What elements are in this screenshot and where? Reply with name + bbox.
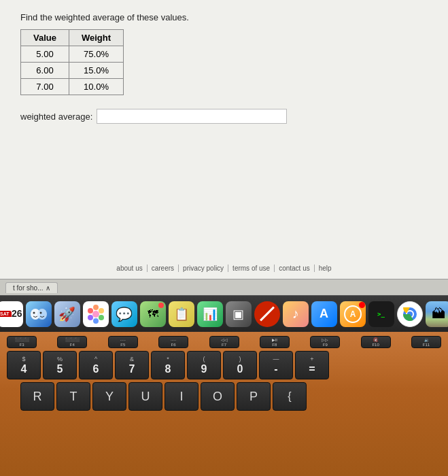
key-6[interactable]: ^6 [79,351,113,379]
f5-key[interactable]: ·····F5 [108,336,138,348]
key-7[interactable]: &7 [115,351,149,379]
dock-chrome-icon[interactable] [397,301,423,327]
footer-link-help[interactable]: help [315,265,336,272]
dock-landscape-icon[interactable]: 🏔 [426,301,449,327]
activity-badge [359,302,365,308]
svg-text:A: A [349,309,356,319]
chrome-svg [399,303,421,325]
f11-key[interactable]: 🔉F11 [411,336,441,348]
dock-launchpad-icon[interactable]: 🚀 [54,301,80,327]
dock-appstore-icon[interactable]: A [311,301,337,327]
footer-link-terms-of-use[interactable]: terms of use [228,265,275,272]
dock-charts-icon[interactable]: 📊 [197,301,223,327]
key-p[interactable]: P [237,382,271,411]
key-9[interactable]: (9 [187,351,221,379]
f6-key[interactable]: ·····F6 [158,336,188,348]
cell-weight-1: 15.0% [69,63,123,79]
dock-finder-icon[interactable] [26,301,52,327]
cell-weight-2: 10.0% [69,79,123,95]
col-header-value: Value [21,30,69,46]
key-equals[interactable]: += [295,351,329,379]
laptop-screen: Find the weighted average of these value… [0,0,448,279]
maps-icon-emoji: 🗺 [148,308,158,320]
tab-item[interactable]: t for sho... ∧ [5,282,58,293]
key-i[interactable]: I [165,382,199,411]
key-5[interactable]: %5 [43,351,77,379]
function-key-row: ⬛⬛⬛F3 ⬛⬛⬛F4 ·····F5 ·····F6 ◁◁F7 ▶IIF8 ▷… [7,336,441,348]
dock-nosign-icon[interactable] [254,301,280,327]
key-u[interactable]: U [128,382,162,411]
key-minus[interactable]: —- [259,351,293,379]
key-t[interactable]: T [56,382,90,411]
tab-bar: t for sho... ∧ [0,279,448,295]
values-table: Value Weight 5.0075.0%6.0015.0%7.0010.0% [20,29,124,95]
svg-point-2 [37,309,47,320]
key-o[interactable]: O [201,382,235,411]
photos-svg [84,303,107,326]
tab-label: t for sho... [13,284,43,292]
weighted-avg-input[interactable] [97,109,287,124]
svg-point-11 [88,308,93,313]
key-y[interactable]: Y [92,382,126,411]
footer-links: about uscareersprivacy policyterms of us… [0,265,448,272]
f10-key[interactable]: 🔇F10 [361,336,391,348]
tab-chevron-icon: ∧ [46,284,50,292]
weighted-avg-label: weighted average: [20,112,92,122]
table-row: 6.0015.0% [21,63,124,79]
col-header-weight: Weight [69,30,123,46]
dock-bar: SAT 26 🚀 💬 🗺 [0,295,448,332]
key-bracket[interactable]: { [273,382,307,411]
key-0[interactable]: )0 [223,351,257,379]
svg-point-6 [93,305,99,310]
key-4[interactable]: $4 [7,351,41,379]
number-key-row: $4 %5 ^6 &7 *8 (9 )0 —- += [7,351,441,379]
footer-link-careers[interactable]: careers [148,265,179,272]
cell-weight-0: 75.0% [69,46,123,63]
letter-key-row: R T Y U I O P { [7,382,441,411]
footer-link-privacy-policy[interactable]: privacy policy [179,265,228,272]
svg-point-9 [93,318,99,324]
table-row: 5.0075.0% [21,46,124,63]
dock-music-icon[interactable]: ♪ [283,301,309,327]
svg-point-7 [99,308,104,313]
dock-photos-icon[interactable] [83,301,109,327]
dock-calendar-icon[interactable]: SAT 26 [0,301,23,327]
dock-terminal-icon[interactable]: >_ [368,301,394,327]
svg-point-10 [88,315,93,320]
problem-statement: Find the weighted average of these value… [20,12,428,22]
f9-key[interactable]: ▷▷F9 [310,336,340,348]
dock-airplay-icon[interactable]: ▣ [226,301,252,327]
svg-point-3 [33,311,35,313]
f7-key[interactable]: ◁◁F7 [209,336,239,348]
f8-key[interactable]: ▶IIF8 [260,336,290,348]
key-r[interactable]: R [20,382,54,411]
f4-key[interactable]: ⬛⬛⬛F4 [57,336,87,348]
svg-point-5 [92,311,99,318]
dock-maps-icon[interactable]: 🗺 [140,301,166,327]
dock-notes-icon[interactable]: 📋 [169,301,194,327]
svg-point-4 [39,311,41,313]
keyboard-area: ⬛⬛⬛F3 ⬛⬛⬛F4 ·····F5 ·····F6 ◁◁F7 ▶IIF8 ▷… [0,332,448,476]
weighted-average-row: weighted average: [20,109,428,124]
cell-value-0: 5.00 [21,46,69,63]
finder-svg [26,301,52,327]
cell-value-1: 6.00 [21,63,69,79]
key-8[interactable]: *8 [151,351,185,379]
svg-point-8 [99,315,104,320]
footer-link-contact-us[interactable]: contact us [275,265,315,272]
dock-messages-icon[interactable]: 💬 [111,301,137,327]
maps-notification-badge [158,303,164,308]
dock-activity-icon[interactable]: A [340,301,366,327]
f3-key[interactable]: ⬛⬛⬛F3 [7,336,37,348]
calendar-date: 26 [12,307,22,320]
activity-svg: A [343,305,362,324]
table-row: 7.0010.0% [21,79,124,95]
cell-value-2: 7.00 [21,79,69,95]
screen-content: Find the weighted average of these value… [0,0,448,279]
footer-link-about-us[interactable]: about us [112,265,147,272]
